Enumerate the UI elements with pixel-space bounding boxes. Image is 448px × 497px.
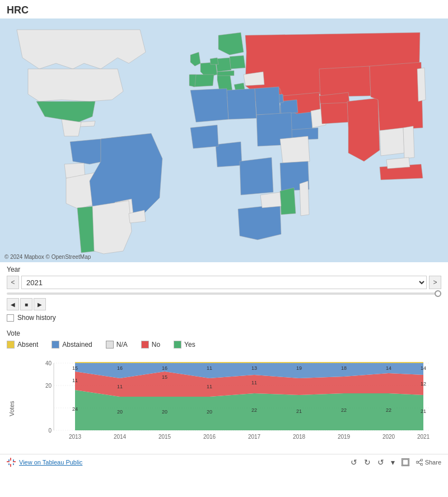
svg-line-60 — [418, 461, 421, 462]
abstained-swatch — [52, 341, 59, 349]
na-label: N/A — [116, 341, 128, 349]
footer-right: ↺ ↻ ↺ ▾ — [351, 458, 441, 467]
year-slider-track[interactable] — [7, 292, 441, 295]
year-label: Year — [7, 266, 441, 273]
legend-yes: Yes — [174, 341, 195, 349]
show-history-row: Show history — [7, 314, 441, 322]
legend-na: N/A — [106, 341, 128, 349]
svg-text:11: 11 — [207, 365, 212, 371]
page-title: HRC — [0, 0, 448, 18]
svg-text:20: 20 — [117, 409, 123, 415]
svg-rect-47 — [10, 458, 11, 461]
svg-rect-53 — [8, 463, 10, 465]
svg-text:20: 20 — [207, 409, 212, 415]
svg-text:15: 15 — [162, 374, 167, 380]
year-row: < 2021 2020 2019 2018 2017 2016 2015 201… — [7, 276, 441, 289]
svg-text:11: 11 — [117, 384, 123, 389]
undo2-icon: ↺ — [377, 458, 384, 467]
svg-text:0: 0 — [48, 428, 52, 434]
svg-rect-48 — [10, 464, 11, 467]
redo-icon: ↻ — [364, 458, 371, 467]
svg-point-59 — [416, 461, 418, 463]
svg-text:2017: 2017 — [248, 434, 261, 440]
undo-button[interactable]: ↺ — [351, 458, 357, 467]
world-map: © 2024 Mapbox © OpenStreetMap — [0, 18, 448, 262]
svg-rect-56 — [403, 459, 408, 465]
svg-text:19: 19 — [296, 365, 302, 371]
share-icon — [416, 459, 423, 466]
no-label: No — [152, 341, 160, 349]
chart-section: Votes 40 20 0 — [0, 357, 448, 449]
redo-button[interactable]: ↻ — [364, 458, 371, 467]
share-button[interactable]: Share — [416, 459, 441, 466]
fullscreen-button[interactable] — [402, 458, 409, 466]
bar-chart: 40 20 0 — [25, 357, 441, 447]
playback-stop-button[interactable]: ■ — [20, 298, 32, 310]
undo-icon: ↺ — [351, 458, 357, 467]
svg-rect-51 — [8, 459, 10, 461]
year-next-button[interactable]: > — [429, 276, 441, 289]
year-prev-button[interactable]: < — [7, 276, 19, 289]
absent-swatch — [7, 341, 15, 349]
svg-text:11: 11 — [72, 378, 78, 383]
svg-text:14: 14 — [386, 365, 391, 371]
share-label: Share — [425, 459, 441, 466]
footer-left: View on Tableau Public — [7, 458, 82, 467]
svg-text:15: 15 — [72, 365, 78, 371]
absent-label: Absent — [17, 341, 38, 349]
svg-text:2013: 2013 — [69, 434, 82, 440]
svg-text:2020: 2020 — [382, 434, 395, 440]
year-slider-thumb[interactable] — [435, 290, 441, 297]
map-credit: © 2024 Mapbox © OpenStreetMap — [4, 254, 91, 260]
playback-controls: ◀ ■ ▶ — [7, 298, 441, 310]
svg-text:18: 18 — [341, 365, 347, 371]
svg-text:2019: 2019 — [338, 434, 351, 440]
legend-row: Absent Abstained N/A No Yes — [7, 341, 441, 349]
vote-section: Vote Absent Abstained N/A No Yes — [0, 329, 448, 357]
svg-text:16: 16 — [117, 365, 123, 371]
na-swatch — [106, 341, 114, 349]
no-swatch — [141, 341, 149, 349]
svg-text:20: 20 — [162, 409, 167, 415]
svg-text:14: 14 — [421, 365, 426, 371]
show-history-checkbox[interactable] — [7, 314, 14, 322]
svg-point-57 — [421, 459, 423, 461]
year-select[interactable]: 2021 2020 2019 2018 2017 2016 2015 2014 … — [21, 276, 427, 289]
tableau-logo-icon — [7, 458, 16, 467]
svg-text:21: 21 — [421, 408, 426, 414]
svg-text:2021: 2021 — [417, 434, 430, 440]
abstained-label: Abstained — [62, 341, 92, 349]
svg-text:20: 20 — [45, 383, 52, 389]
legend-absent: Absent — [7, 341, 38, 349]
legend-abstained: Abstained — [52, 341, 92, 349]
y-axis-label: Votes — [8, 391, 15, 416]
svg-text:13: 13 — [251, 365, 257, 371]
svg-marker-13 — [75, 362, 423, 363]
svg-rect-54 — [13, 463, 14, 465]
svg-rect-49 — [7, 461, 10, 462]
svg-rect-50 — [13, 461, 16, 462]
svg-text:2015: 2015 — [158, 434, 171, 440]
svg-text:24: 24 — [72, 406, 78, 412]
undo2-button[interactable]: ↺ — [377, 458, 384, 467]
yes-label: Yes — [184, 341, 195, 349]
tableau-link[interactable]: View on Tableau Public — [19, 459, 82, 466]
svg-text:40: 40 — [45, 360, 52, 366]
svg-text:16: 16 — [162, 365, 167, 371]
year-slider-row — [7, 291, 441, 296]
settings-icon: ▾ — [391, 458, 395, 467]
fullscreen-icon — [402, 458, 409, 466]
svg-point-58 — [421, 463, 423, 466]
playback-next-button[interactable]: ▶ — [34, 298, 46, 310]
show-history-label: Show history — [17, 314, 56, 322]
svg-text:2014: 2014 — [114, 434, 127, 440]
legend-no: No — [141, 341, 160, 349]
settings-button[interactable]: ▾ — [391, 458, 395, 467]
svg-text:2018: 2018 — [293, 434, 306, 440]
vote-label: Vote — [7, 329, 441, 337]
playback-prev-button[interactable]: ◀ — [7, 298, 19, 310]
svg-text:2016: 2016 — [203, 434, 216, 440]
svg-text:12: 12 — [421, 381, 426, 387]
yes-swatch — [174, 341, 181, 349]
year-controls: Year < 2021 2020 2019 2018 2017 2016 201… — [0, 262, 448, 329]
